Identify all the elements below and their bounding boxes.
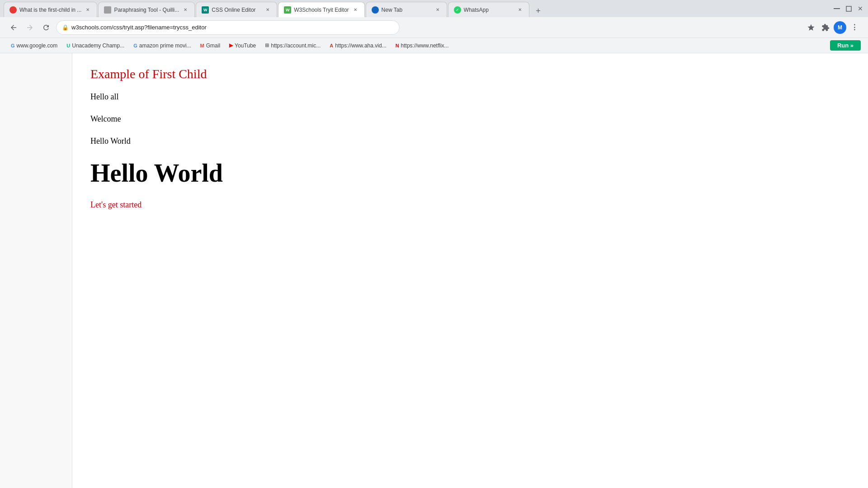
tab-paraphrasing[interactable]: Paraphrasing Tool - Quilli... ✕: [98, 2, 195, 17]
url-bar[interactable]: 🔒 w3schools.com/css/tryit.asp?filename=t…: [56, 20, 400, 35]
forward-button[interactable]: [24, 21, 36, 34]
bookmark-microsoft-label: https://account.mic...: [271, 42, 321, 49]
bookmark-microsoft-favicon: ⊞: [265, 42, 269, 48]
tab5-favicon: [372, 6, 379, 14]
new-tab-button[interactable]: +: [532, 5, 545, 17]
bookmark-youtube[interactable]: ▶ YouTube: [226, 41, 259, 51]
tab-whatsapp[interactable]: ✓ WhatsApp ✕: [448, 2, 529, 17]
bookmark-unacademy-label: Unacademy Champ...: [72, 42, 124, 49]
bookmark-unacademy[interactable]: U Unacademy Champ...: [63, 41, 128, 51]
bookmarks-bar: G www.google.com U Unacademy Champ... G …: [0, 38, 868, 53]
preview-area[interactable]: Example of First Child Hello all Welcome…: [72, 53, 868, 488]
tab2-title: Paraphrasing Tool - Quilli...: [114, 7, 179, 13]
content-area: Example of First Child Hello all Welcome…: [0, 53, 868, 488]
window-controls: ✕: [833, 5, 864, 13]
bookmark-amazon-label: amazon prime movi...: [139, 42, 191, 49]
tabs-container: What is the first-child in ... ✕ Paraphr…: [4, 0, 829, 17]
tab2-close[interactable]: ✕: [182, 6, 189, 14]
bookmark-gmail-favicon: M: [200, 43, 204, 48]
bookmark-aha-label: https://www.aha.vid...: [335, 42, 386, 49]
lock-icon: 🔒: [62, 24, 69, 31]
bookmark-gmail-label: Gmail: [206, 42, 220, 49]
bookmark-youtube-label: YouTube: [235, 42, 256, 49]
editor-sidebar: [0, 53, 72, 488]
bookmark-amazon-favicon: G: [133, 43, 137, 48]
browser-frame: What is the first-child in ... ✕ Paraphr…: [0, 0, 868, 488]
preview-red-para: Let's get started: [90, 200, 850, 210]
bookmark-aha[interactable]: A https://www.aha.vid...: [326, 41, 390, 51]
preview-para2: Welcome: [90, 114, 850, 124]
run-button[interactable]: Run »: [830, 40, 861, 51]
bookmark-amazon[interactable]: G amazon prime movi...: [130, 41, 194, 51]
extensions-button[interactable]: [819, 21, 832, 34]
refresh-button[interactable]: [40, 21, 52, 34]
tab1-close[interactable]: ✕: [84, 6, 91, 14]
tab-w3schools-tryit[interactable]: W W3Schools Tryit Editor ✕: [278, 2, 364, 17]
title-bar: What is the first-child in ... ✕ Paraphr…: [0, 0, 868, 17]
bookmark-google[interactable]: G www.google.com: [7, 41, 61, 51]
tab4-favicon: W: [284, 6, 291, 14]
tab5-close[interactable]: ✕: [434, 6, 441, 14]
bookmark-netflix-favicon: N: [396, 43, 399, 48]
tab1-favicon: [9, 6, 17, 14]
tab6-favicon: ✓: [454, 6, 461, 14]
url-text: w3schools.com/css/tryit.asp?filename=try…: [71, 24, 394, 31]
address-actions: M ⋮: [805, 21, 861, 34]
tab1-title: What is the first-child in ...: [19, 7, 81, 13]
bookmark-gmail[interactable]: M Gmail: [197, 41, 224, 51]
preview-big-heading: Hello World: [90, 159, 850, 188]
tab-new-tab[interactable]: New Tab ✕: [366, 2, 447, 17]
preview-heading: Example of First Child: [90, 67, 850, 81]
tab-css-online-editor[interactable]: W CSS Online Editor ✕: [196, 2, 277, 17]
address-bar: 🔒 w3schools.com/css/tryit.asp?filename=t…: [0, 17, 868, 38]
tab2-favicon: [104, 6, 111, 14]
tab6-close[interactable]: ✕: [516, 6, 524, 14]
bookmark-netflix-label: https://www.netflix...: [401, 42, 449, 49]
minimize-button[interactable]: [833, 5, 841, 13]
bookmark-google-favicon: G: [11, 43, 15, 48]
back-button[interactable]: [7, 21, 20, 34]
profile-button[interactable]: M: [834, 21, 846, 34]
bookmark-netflix[interactable]: N https://www.netflix...: [392, 41, 453, 51]
menu-button[interactable]: ⋮: [848, 21, 861, 34]
tab5-title: New Tab: [382, 7, 431, 13]
tab3-favicon: W: [202, 6, 209, 14]
bookmark-aha-favicon: A: [330, 43, 333, 48]
tab-what-is-first-child[interactable]: What is the first-child in ... ✕: [4, 2, 97, 17]
preview-para3: Hello World: [90, 136, 850, 146]
maximize-button[interactable]: [844, 5, 853, 13]
svg-rect-1: [846, 6, 851, 11]
svg-rect-0: [834, 8, 840, 9]
bookmark-google-label: www.google.com: [17, 42, 58, 49]
preview-para1: Hello all: [90, 92, 850, 102]
bookmark-youtube-favicon: ▶: [229, 42, 233, 48]
close-button[interactable]: ✕: [856, 5, 864, 13]
tab6-title: WhatsApp: [464, 7, 514, 13]
bookmark-microsoft[interactable]: ⊞ https://account.mic...: [261, 41, 324, 51]
bookmark-unacademy-favicon: U: [66, 43, 70, 48]
bookmark-star-button[interactable]: [805, 21, 817, 34]
tab4-close[interactable]: ✕: [352, 6, 359, 14]
tab3-title: CSS Online Editor: [212, 7, 261, 13]
tab4-title: W3Schools Tryit Editor: [294, 7, 349, 13]
tab3-close[interactable]: ✕: [264, 6, 271, 14]
